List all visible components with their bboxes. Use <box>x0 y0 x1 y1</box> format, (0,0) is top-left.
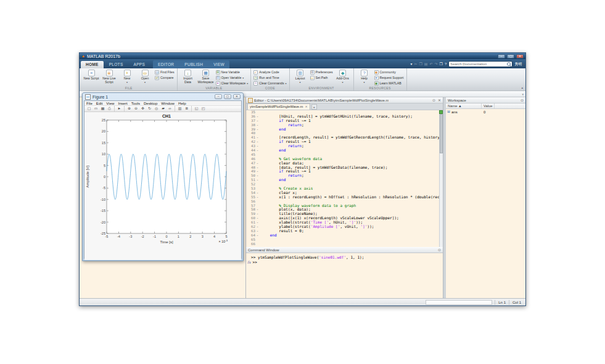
show-plot-tools-icon[interactable]: ◰ <box>200 106 206 111</box>
gutter-line[interactable]: 41- <box>246 135 261 140</box>
ribbon-analyze-code-button[interactable]: ✓Analyze Code <box>253 70 286 75</box>
minimize-button[interactable]: – <box>498 54 505 59</box>
close-button[interactable]: ✕ <box>516 54 524 59</box>
ribbon-open-variable-button[interactable]: ⊟Open Variable▾ <box>216 75 249 80</box>
gutter-line[interactable]: 51- <box>246 178 261 182</box>
gutter-line[interactable]: 54- <box>246 191 261 195</box>
tab-view[interactable]: VIEW <box>208 61 229 68</box>
figure-menu-help[interactable]: Help <box>178 101 186 105</box>
editor-header[interactable]: Editor - C:\Users\09A1734\Documents\MATL… <box>246 97 443 103</box>
gutter-line[interactable]: 47- <box>246 161 261 166</box>
open-file-icon[interactable]: ▭ <box>93 106 99 111</box>
figure-titlebar[interactable]: Figure 1 – ▢ ✕ <box>84 93 242 100</box>
sine-wave-chart[interactable]: -5-4-3-2-1012345-25-20-15-10-50510152025… <box>84 112 241 257</box>
gutter-line[interactable]: 38- <box>246 123 261 127</box>
figure-menu-view[interactable]: View <box>106 101 114 105</box>
figure-canvas[interactable]: -5-4-3-2-1012345-25-20-15-10-50510152025… <box>84 112 241 260</box>
ribbon-clear-commands-button[interactable]: ✧Clear Commands▾ <box>253 81 286 86</box>
gutter-line[interactable]: 62- <box>246 225 261 229</box>
search-input[interactable] <box>450 62 506 66</box>
code-line[interactable] <box>261 238 443 242</box>
code-line[interactable]: end <box>261 148 443 153</box>
code-line[interactable]: end <box>261 127 443 132</box>
column-header-value[interactable]: Value <box>482 103 495 108</box>
brush-data-icon[interactable]: ▰ <box>160 106 166 111</box>
pan-icon[interactable]: ✥ <box>140 106 146 111</box>
gutter-line[interactable]: 60- <box>246 216 261 220</box>
ribbon-set-path-button[interactable]: ▭Set Path <box>310 75 333 80</box>
gutter-line[interactable]: 37- <box>246 119 261 123</box>
gutter-line[interactable]: 66 <box>246 242 261 246</box>
ribbon-new-button[interactable]: +New▾ <box>119 70 135 84</box>
gutter-line[interactable]: 46 <box>246 157 261 161</box>
ribbon-new-live-script-button[interactable]: ≣New Live Script <box>101 70 117 84</box>
tab-editor[interactable]: EDITOR <box>153 61 179 68</box>
data-cursor-icon[interactable]: ◎ <box>154 106 159 111</box>
workspace-menu-icon[interactable]: ⊙ <box>521 99 524 102</box>
code-line[interactable] <box>261 242 443 246</box>
figure-close-button[interactable]: ✕ <box>233 94 241 99</box>
ribbon-request-support-button[interactable]: ➤Request Support <box>374 75 404 80</box>
figure-maximize-button[interactable]: ▢ <box>224 94 231 99</box>
gutter-line[interactable]: 65 <box>246 238 261 242</box>
gutter-line[interactable]: 57 <box>246 204 261 208</box>
ribbon-save-workspace-button[interactable]: ▦Save Workspace <box>198 70 214 84</box>
ribbon-new-variable-button[interactable]: ⊞New Variable <box>216 70 249 75</box>
ribbon-collapse-icon[interactable]: ▴ <box>521 86 523 89</box>
editor-scrollbar[interactable] <box>439 110 443 247</box>
insert-legend-icon[interactable]: ≣ <box>184 106 189 111</box>
gutter-line[interactable]: 59- <box>246 212 261 216</box>
command-window-body[interactable]: >> ytmSampleWdfPlotSingleWave('sine01.wd… <box>246 253 443 264</box>
command-prompt[interactable]: >> <box>253 260 257 264</box>
ribbon-clear-workspace-button[interactable]: ✦Clear Workspace▾ <box>216 81 249 86</box>
figure-menu-tools[interactable]: Tools <box>131 101 140 105</box>
column-header-name[interactable]: Name ▲ <box>446 103 482 108</box>
code-line[interactable]: x(1 : recordLength) = hOffset : hResolut… <box>261 195 443 200</box>
figure-menu-edit[interactable]: Edit <box>96 101 103 105</box>
figure-menu-insert[interactable]: Insert <box>118 101 127 105</box>
figure-menu-desktop[interactable]: Desktop <box>144 101 157 105</box>
workspace-header[interactable]: Workspace ⊙ <box>446 97 525 103</box>
help-icon[interactable]: ? <box>445 62 447 67</box>
save-figure-icon[interactable]: ▦ <box>100 106 105 111</box>
hide-plot-tools-icon[interactable]: ◱ <box>194 106 199 111</box>
code-line[interactable]: return; <box>261 123 443 127</box>
code-lines[interactable]: [hUnit, result] = ytmWdfGetHUnit(filenam… <box>261 110 443 247</box>
code-line[interactable]: end <box>261 233 443 238</box>
switch-windows-icon[interactable]: ❒ <box>440 62 443 67</box>
fx-function-hint-icon[interactable]: fx <box>247 260 251 264</box>
search-icon[interactable] <box>507 62 511 66</box>
matlab-titlebar[interactable]: ▲ MATLAB R2017b – ▢ ✕ <box>80 53 525 59</box>
gutter-line[interactable]: 61- <box>246 220 261 225</box>
gutter-line[interactable]: 52 <box>246 182 261 187</box>
ribbon-preferences-button[interactable]: ⚙Preferences <box>310 70 333 75</box>
command-window-header[interactable]: Command Window ⊙ <box>246 247 443 253</box>
new-tab-button[interactable]: + <box>311 104 317 110</box>
workspace-row[interactable]: ⊞ans0 <box>446 109 525 115</box>
gutter-line[interactable]: 49- <box>246 169 261 174</box>
ribbon-layout-button[interactable]: ▥Layout▾ <box>292 70 308 84</box>
edit-cursor-icon[interactable]: ► <box>117 106 122 111</box>
zoom-in-icon[interactable]: ⊕ <box>126 106 132 111</box>
breadcrumb-dropdown-icon[interactable]: ▾ <box>522 92 524 96</box>
code-analyzer-indicator[interactable] <box>439 110 443 114</box>
maximize-button[interactable]: ▢ <box>507 54 514 59</box>
ribbon-open-button[interactable]: ▭Open▾ <box>137 70 153 84</box>
gutter-line[interactable]: 39- <box>246 127 261 132</box>
figure-menu-window[interactable]: Window <box>161 101 175 105</box>
print-figure-icon[interactable]: ⎙ <box>107 106 112 111</box>
tab-close-icon[interactable]: ✕ <box>305 104 307 110</box>
editor-scrollbar-thumb[interactable] <box>440 114 443 153</box>
gutter-line[interactable]: 55- <box>246 195 261 200</box>
gutter-line[interactable]: 44- <box>246 148 261 153</box>
code-line[interactable]: return; <box>261 144 443 148</box>
gutter-line[interactable]: 45 <box>246 153 261 157</box>
command-window-menu-icon[interactable]: ⊙ <box>438 248 441 252</box>
ribbon-add-ons-button[interactable]: ◆Add-Ons▾ <box>335 70 351 84</box>
ribbon-find-files-button[interactable]: ◎Find Files <box>155 70 175 75</box>
editor-close-icon[interactable]: ✕ <box>438 99 441 102</box>
gutter-line[interactable]: 50- <box>246 174 261 178</box>
gutter-line[interactable]: 58- <box>246 208 261 212</box>
tab-apps[interactable]: APPS <box>129 61 150 68</box>
code-line[interactable]: return; <box>261 174 443 178</box>
